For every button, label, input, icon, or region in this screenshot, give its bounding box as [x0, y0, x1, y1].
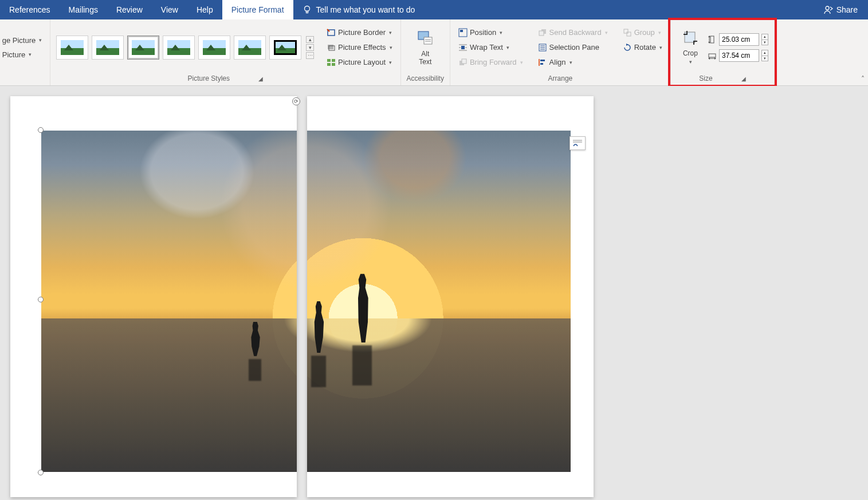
- picture-effects-icon: [327, 43, 336, 52]
- svg-rect-39: [709, 54, 716, 57]
- svg-marker-40: [708, 57, 710, 60]
- collapse-ribbon-icon[interactable]: ˄: [861, 75, 865, 83]
- style-thumb-7[interactable]: [269, 36, 301, 60]
- svg-point-2: [826, 6, 829, 10]
- page-2: [307, 96, 594, 497]
- svg-rect-11: [424, 37, 432, 44]
- picture-styles-launcher-icon[interactable]: ◢: [258, 76, 263, 82]
- group-icon: [623, 28, 632, 37]
- width-icon: [708, 51, 717, 60]
- height-icon: [708, 35, 717, 44]
- height-up-icon[interactable]: ▴: [761, 34, 768, 40]
- page-1: ⟳: [10, 96, 297, 497]
- tab-picture-format[interactable]: Picture Format: [222, 0, 293, 19]
- svg-marker-38: [708, 42, 710, 44]
- svg-rect-1: [306, 11, 308, 13]
- align-icon: [538, 58, 547, 67]
- rotation-handle-icon[interactable]: ⟳: [292, 97, 300, 105]
- style-thumb-3[interactable]: [127, 36, 159, 60]
- selection-handle-bl[interactable]: [38, 470, 44, 475]
- send-backward-button[interactable]: Send Backward▾: [536, 27, 610, 38]
- height-input[interactable]: [719, 33, 759, 46]
- group-label-picture-styles: Picture Styles: [188, 74, 230, 82]
- style-thumb-6[interactable]: [234, 36, 266, 60]
- svg-marker-34: [626, 44, 629, 46]
- wrap-text-icon: [458, 43, 468, 52]
- group-label-arrange: Arrange: [548, 74, 573, 82]
- bring-forward-icon: [458, 58, 468, 67]
- align-button[interactable]: Align▾: [536, 57, 575, 68]
- crop-button[interactable]: Crop▾: [677, 26, 704, 68]
- reset-picture-button[interactable]: Picture▾: [0, 49, 34, 60]
- tell-me-label: Tell me what you want to do: [316, 5, 415, 14]
- send-backward-icon: [538, 28, 547, 37]
- selection-handle-tl[interactable]: [38, 127, 44, 133]
- tell-me-search[interactable]: Tell me what you want to do: [293, 0, 425, 19]
- share-person-icon: [824, 5, 833, 14]
- svg-rect-15: [460, 30, 463, 32]
- svg-rect-33: [627, 32, 631, 36]
- picture-layout-icon: [327, 58, 336, 67]
- group-arrange: Position▾ Wrap Text▾ Bring Forward▾ Send…: [450, 19, 671, 85]
- document-canvas: ⟳: [0, 86, 868, 500]
- svg-point-0: [304, 6, 309, 11]
- lightbulb-icon: [303, 5, 312, 14]
- alt-text-button[interactable]: AltText: [411, 27, 439, 68]
- size-launcher-icon[interactable]: ◢: [741, 76, 746, 82]
- gallery-up-icon[interactable]: ▴: [306, 36, 314, 43]
- style-thumb-1[interactable]: [56, 36, 88, 60]
- svg-rect-9: [332, 63, 335, 66]
- tab-references[interactable]: References: [0, 0, 60, 19]
- style-thumb-5[interactable]: [198, 36, 230, 60]
- group-label-accessibility: Accessibility: [407, 74, 444, 82]
- group-button[interactable]: Group▾: [620, 27, 663, 38]
- wrap-text-button[interactable]: Wrap Text▾: [456, 42, 512, 53]
- group-size: Crop▾ ▴▾ ▴▾ Size ◢: [671, 19, 775, 85]
- width-up-icon[interactable]: ▴: [761, 50, 768, 56]
- picture-layout-button[interactable]: Picture Layout▾: [324, 57, 394, 68]
- ribbon: ge Picture▾ Picture▾ ▴ ▾: [0, 19, 868, 86]
- ribbon-tabbar: References Mailings Review View Help Pic…: [0, 0, 868, 19]
- tab-view[interactable]: View: [152, 0, 187, 19]
- change-picture-button[interactable]: ge Picture▾: [0, 35, 44, 46]
- style-thumb-2[interactable]: [92, 36, 124, 60]
- picture-border-icon: [327, 28, 336, 37]
- group-label-size: Size: [699, 74, 712, 82]
- tab-help[interactable]: Help: [187, 0, 222, 19]
- selection-handle-ml[interactable]: [38, 297, 44, 302]
- share-label: Share: [836, 5, 858, 14]
- tab-mailings[interactable]: Mailings: [60, 0, 107, 19]
- svg-rect-16: [461, 46, 465, 49]
- selection-pane-button[interactable]: Selection Pane: [536, 42, 602, 53]
- svg-rect-31: [540, 63, 543, 65]
- bring-forward-button[interactable]: Bring Forward▾: [456, 57, 525, 68]
- position-button[interactable]: Position▾: [456, 27, 505, 38]
- tab-review[interactable]: Review: [107, 0, 152, 19]
- gallery-more-icon[interactable]: ⋯: [306, 52, 314, 59]
- style-thumb-4[interactable]: [163, 36, 195, 60]
- svg-rect-32: [624, 29, 628, 33]
- position-icon: [458, 28, 468, 37]
- group-adjust-partial: ge Picture▾ Picture▾: [0, 19, 50, 85]
- crop-icon: [681, 29, 700, 47]
- group-accessibility: AltText Accessibility: [401, 19, 450, 85]
- width-input[interactable]: [719, 49, 759, 62]
- width-down-icon[interactable]: ▾: [761, 56, 768, 61]
- svg-rect-30: [540, 60, 545, 61]
- group-picture-styles: ▴ ▾ ⋯ Picture Border▾ Picture Effects▾: [50, 19, 401, 85]
- layout-options-button[interactable]: [569, 136, 586, 150]
- svg-rect-6: [327, 59, 331, 62]
- inserted-picture-left[interactable]: [41, 131, 297, 472]
- svg-marker-37: [708, 36, 710, 37]
- svg-rect-36: [710, 36, 714, 43]
- picture-effects-button[interactable]: Picture Effects▾: [324, 42, 395, 53]
- inserted-picture-right[interactable]: [307, 131, 571, 472]
- alt-text-icon: [416, 29, 434, 48]
- picture-border-button[interactable]: Picture Border▾: [324, 27, 394, 38]
- height-down-icon[interactable]: ▾: [761, 40, 768, 45]
- rotate-button[interactable]: Rotate▾: [620, 42, 665, 53]
- gallery-scroll: ▴ ▾ ⋯: [305, 36, 315, 59]
- gallery-down-icon[interactable]: ▾: [306, 44, 314, 51]
- selection-pane-icon: [538, 43, 547, 52]
- share-button[interactable]: Share: [814, 0, 868, 19]
